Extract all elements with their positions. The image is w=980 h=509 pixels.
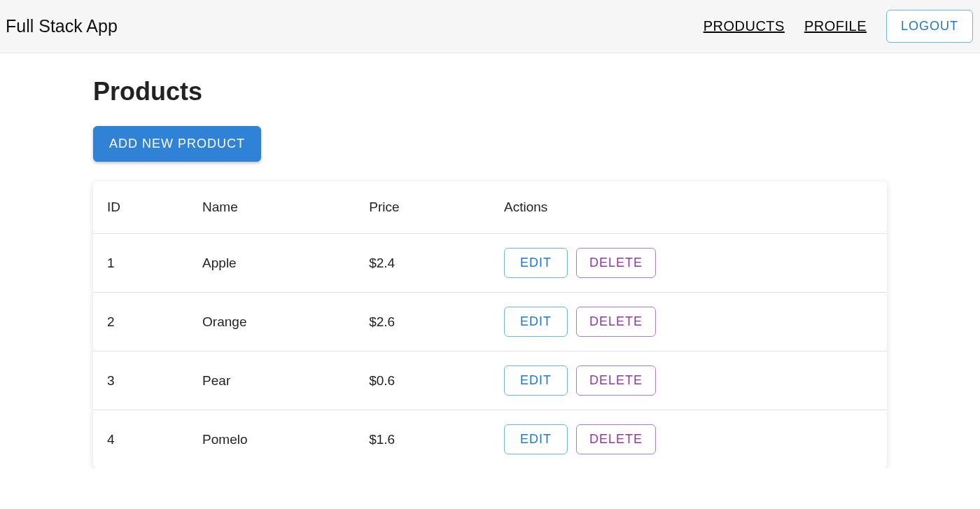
cell-actions: EDITDELETE <box>490 234 887 293</box>
add-new-product-button[interactable]: ADD NEW PRODUCT <box>93 126 261 162</box>
edit-button[interactable]: EDIT <box>504 365 568 396</box>
cell-id: 2 <box>93 293 188 351</box>
edit-button[interactable]: EDIT <box>504 424 568 454</box>
header-price: Price <box>355 181 490 234</box>
cell-actions: EDITDELETE <box>490 293 887 351</box>
delete-button[interactable]: DELETE <box>576 365 656 396</box>
cell-actions: EDITDELETE <box>490 351 887 410</box>
delete-button[interactable]: DELETE <box>576 248 656 278</box>
cell-id: 3 <box>93 351 188 410</box>
cell-name: Orange <box>188 293 355 351</box>
header-actions: Actions <box>490 181 887 234</box>
table-row: 2Orange$2.6EDITDELETE <box>93 293 887 351</box>
delete-button[interactable]: DELETE <box>576 424 656 454</box>
nav-link-products[interactable]: PRODUCTS <box>704 18 785 34</box>
header-id: ID <box>93 181 188 234</box>
table-header-row: ID Name Price Actions <box>93 181 887 234</box>
table-row: 1Apple$2.4EDITDELETE <box>93 234 887 293</box>
main-container: Products ADD NEW PRODUCT ID Name Price A… <box>88 77 892 468</box>
delete-button[interactable]: DELETE <box>576 307 656 337</box>
edit-button[interactable]: EDIT <box>504 307 568 337</box>
cell-price: $0.6 <box>355 351 490 410</box>
products-table-card: ID Name Price Actions 1Apple$2.4EDITDELE… <box>93 181 887 468</box>
header-name: Name <box>188 181 355 234</box>
cell-id: 1 <box>93 234 188 293</box>
cell-name: Pomelo <box>188 410 355 469</box>
nav-link-profile[interactable]: PROFILE <box>804 18 867 34</box>
products-table: ID Name Price Actions 1Apple$2.4EDITDELE… <box>93 181 887 468</box>
cell-price: $2.4 <box>355 234 490 293</box>
cell-price: $1.6 <box>355 410 490 469</box>
table-row: 4Pomelo$1.6EDITDELETE <box>93 410 887 469</box>
brand-title: Full Stack App <box>6 16 118 36</box>
edit-button[interactable]: EDIT <box>504 248 568 278</box>
logout-button[interactable]: LOGOUT <box>886 10 973 43</box>
page-title: Products <box>93 77 887 106</box>
table-row: 3Pear$0.6EDITDELETE <box>93 351 887 410</box>
cell-id: 4 <box>93 410 188 469</box>
cell-actions: EDITDELETE <box>490 410 887 469</box>
cell-name: Apple <box>188 234 355 293</box>
cell-name: Pear <box>188 351 355 410</box>
cell-price: $2.6 <box>355 293 490 351</box>
nav-right: PRODUCTS PROFILE LOGOUT <box>704 10 973 43</box>
navbar: Full Stack App PRODUCTS PROFILE LOGOUT <box>0 0 980 53</box>
